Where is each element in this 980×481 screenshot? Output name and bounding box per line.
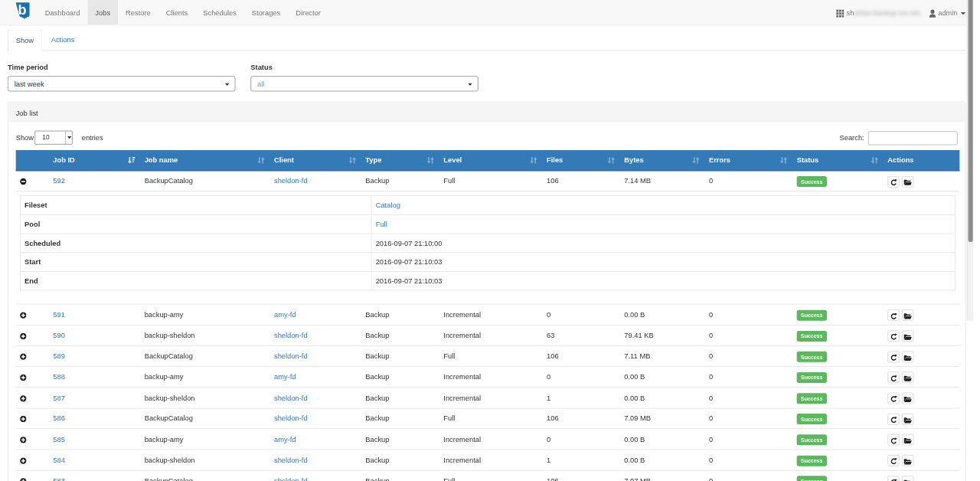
svg-text:b: b — [18, 2, 27, 18]
